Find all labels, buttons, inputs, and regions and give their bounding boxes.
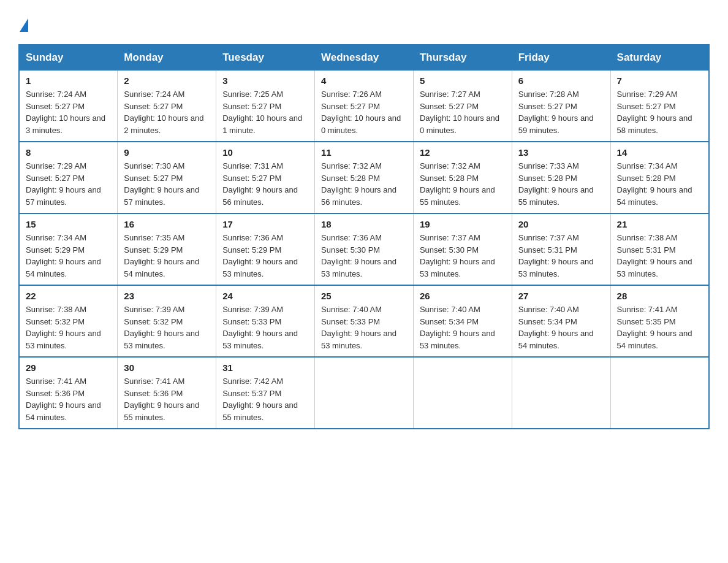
calendar-cell: 2 Sunrise: 7:24 AMSunset: 5:27 PMDayligh… (118, 71, 216, 142)
day-number: 3 (222, 75, 308, 86)
calendar-cell: 27 Sunrise: 7:40 AMSunset: 5:34 PMDaylig… (512, 285, 610, 357)
day-info: Sunrise: 7:32 AMSunset: 5:28 PMDaylight:… (321, 160, 407, 208)
day-info: Sunrise: 7:30 AMSunset: 5:27 PMDaylight:… (124, 160, 210, 208)
calendar-cell: 7 Sunrise: 7:29 AMSunset: 5:27 PMDayligh… (610, 71, 709, 142)
calendar-cell: 31 Sunrise: 7:42 AMSunset: 5:37 PMDaylig… (216, 357, 315, 429)
calendar-cell (315, 357, 414, 429)
day-number: 22 (26, 291, 111, 301)
calendar-cell: 25 Sunrise: 7:40 AMSunset: 5:33 PMDaylig… (315, 285, 414, 357)
day-number: 18 (321, 219, 407, 229)
weekday-header-wednesday: Wednesday (315, 45, 414, 71)
day-info: Sunrise: 7:40 AMSunset: 5:34 PMDaylight:… (518, 304, 604, 351)
calendar-cell: 22 Sunrise: 7:38 AMSunset: 5:32 PMDaylig… (19, 285, 118, 357)
day-number: 13 (518, 147, 604, 158)
calendar-cell: 3 Sunrise: 7:25 AMSunset: 5:27 PMDayligh… (216, 71, 315, 142)
day-info: Sunrise: 7:37 AMSunset: 5:31 PMDaylight:… (518, 232, 604, 280)
calendar-cell: 21 Sunrise: 7:38 AMSunset: 5:31 PMDaylig… (610, 213, 709, 285)
day-info: Sunrise: 7:33 AMSunset: 5:28 PMDaylight:… (518, 160, 604, 208)
day-number: 16 (124, 219, 210, 229)
day-info: Sunrise: 7:25 AMSunset: 5:27 PMDaylight:… (222, 88, 308, 136)
day-number: 15 (26, 219, 111, 229)
day-number: 21 (617, 219, 702, 229)
weekday-header-saturday: Saturday (610, 45, 709, 71)
calendar-cell: 14 Sunrise: 7:34 AMSunset: 5:28 PMDaylig… (610, 142, 709, 213)
day-info: Sunrise: 7:40 AMSunset: 5:34 PMDaylight:… (420, 304, 506, 351)
week-row-5: 29 Sunrise: 7:41 AMSunset: 5:36 PMDaylig… (19, 357, 709, 429)
day-info: Sunrise: 7:24 AMSunset: 5:27 PMDaylight:… (124, 88, 210, 136)
calendar-table: SundayMondayTuesdayWednesdayThursdayFrid… (18, 44, 710, 429)
day-info: Sunrise: 7:40 AMSunset: 5:33 PMDaylight:… (321, 304, 407, 351)
day-number: 31 (222, 362, 308, 373)
day-info: Sunrise: 7:29 AMSunset: 5:27 PMDaylight:… (26, 160, 111, 208)
weekday-header-tuesday: Tuesday (216, 45, 315, 71)
calendar-cell: 9 Sunrise: 7:30 AMSunset: 5:27 PMDayligh… (118, 142, 216, 213)
calendar-cell: 15 Sunrise: 7:34 AMSunset: 5:29 PMDaylig… (19, 213, 118, 285)
day-number: 5 (420, 75, 506, 86)
day-number: 11 (321, 147, 407, 158)
calendar-cell: 18 Sunrise: 7:36 AMSunset: 5:30 PMDaylig… (315, 213, 414, 285)
day-info: Sunrise: 7:39 AMSunset: 5:32 PMDaylight:… (124, 304, 210, 351)
day-number: 30 (124, 362, 210, 373)
calendar-cell: 24 Sunrise: 7:39 AMSunset: 5:33 PMDaylig… (216, 285, 315, 357)
day-number: 26 (420, 291, 506, 301)
day-number: 24 (222, 291, 308, 301)
week-row-2: 8 Sunrise: 7:29 AMSunset: 5:27 PMDayligh… (19, 142, 709, 213)
day-number: 25 (321, 291, 407, 301)
day-info: Sunrise: 7:41 AMSunset: 5:36 PMDaylight:… (124, 375, 210, 423)
day-number: 4 (321, 75, 407, 86)
day-number: 1 (26, 75, 111, 86)
calendar-cell: 19 Sunrise: 7:37 AMSunset: 5:30 PMDaylig… (413, 213, 512, 285)
day-info: Sunrise: 7:34 AMSunset: 5:29 PMDaylight:… (26, 232, 111, 280)
calendar-cell: 10 Sunrise: 7:31 AMSunset: 5:27 PMDaylig… (216, 142, 315, 213)
day-number: 2 (124, 75, 210, 86)
day-number: 8 (26, 147, 111, 158)
calendar-cell: 17 Sunrise: 7:36 AMSunset: 5:29 PMDaylig… (216, 213, 315, 285)
calendar-cell: 26 Sunrise: 7:40 AMSunset: 5:34 PMDaylig… (413, 285, 512, 357)
day-info: Sunrise: 7:35 AMSunset: 5:29 PMDaylight:… (124, 232, 210, 280)
calendar-header-row: SundayMondayTuesdayWednesdayThursdayFrid… (19, 45, 709, 71)
day-number: 27 (518, 291, 604, 301)
calendar-cell: 12 Sunrise: 7:32 AMSunset: 5:28 PMDaylig… (413, 142, 512, 213)
calendar-cell: 23 Sunrise: 7:39 AMSunset: 5:32 PMDaylig… (118, 285, 216, 357)
logo-triangle-icon (20, 18, 28, 32)
weekday-header-thursday: Thursday (413, 45, 512, 71)
day-info: Sunrise: 7:26 AMSunset: 5:27 PMDaylight:… (321, 88, 407, 136)
day-number: 23 (124, 291, 210, 301)
day-info: Sunrise: 7:32 AMSunset: 5:28 PMDaylight:… (420, 160, 506, 208)
calendar-cell: 16 Sunrise: 7:35 AMSunset: 5:29 PMDaylig… (118, 213, 216, 285)
day-info: Sunrise: 7:27 AMSunset: 5:27 PMDaylight:… (420, 88, 506, 136)
day-number: 14 (617, 147, 702, 158)
day-info: Sunrise: 7:39 AMSunset: 5:33 PMDaylight:… (222, 304, 308, 351)
day-info: Sunrise: 7:24 AMSunset: 5:27 PMDaylight:… (26, 88, 111, 136)
day-info: Sunrise: 7:28 AMSunset: 5:27 PMDaylight:… (518, 88, 604, 136)
calendar-cell: 8 Sunrise: 7:29 AMSunset: 5:27 PMDayligh… (19, 142, 118, 213)
day-number: 7 (617, 75, 702, 86)
calendar-cell: 6 Sunrise: 7:28 AMSunset: 5:27 PMDayligh… (512, 71, 610, 142)
week-row-3: 15 Sunrise: 7:34 AMSunset: 5:29 PMDaylig… (19, 213, 709, 285)
calendar-cell: 20 Sunrise: 7:37 AMSunset: 5:31 PMDaylig… (512, 213, 610, 285)
calendar-cell (512, 357, 610, 429)
weekday-header-sunday: Sunday (19, 45, 118, 71)
weekday-header-friday: Friday (512, 45, 610, 71)
day-info: Sunrise: 7:36 AMSunset: 5:30 PMDaylight:… (321, 232, 407, 280)
calendar-cell: 13 Sunrise: 7:33 AMSunset: 5:28 PMDaylig… (512, 142, 610, 213)
calendar-cell: 11 Sunrise: 7:32 AMSunset: 5:28 PMDaylig… (315, 142, 414, 213)
calendar-cell: 4 Sunrise: 7:26 AMSunset: 5:27 PMDayligh… (315, 71, 414, 142)
day-info: Sunrise: 7:42 AMSunset: 5:37 PMDaylight:… (222, 375, 308, 423)
logo (18, 18, 28, 32)
weekday-header-monday: Monday (118, 45, 216, 71)
calendar-cell (413, 357, 512, 429)
day-number: 29 (26, 362, 111, 373)
day-info: Sunrise: 7:41 AMSunset: 5:36 PMDaylight:… (26, 375, 111, 423)
day-info: Sunrise: 7:37 AMSunset: 5:30 PMDaylight:… (420, 232, 506, 280)
calendar-cell (610, 357, 709, 429)
day-number: 6 (518, 75, 604, 86)
week-row-1: 1 Sunrise: 7:24 AMSunset: 5:27 PMDayligh… (19, 71, 709, 142)
day-number: 9 (124, 147, 210, 158)
day-number: 20 (518, 219, 604, 229)
day-number: 12 (420, 147, 506, 158)
day-info: Sunrise: 7:34 AMSunset: 5:28 PMDaylight:… (617, 160, 702, 208)
day-number: 17 (222, 219, 308, 229)
day-info: Sunrise: 7:29 AMSunset: 5:27 PMDaylight:… (617, 88, 702, 136)
day-info: Sunrise: 7:31 AMSunset: 5:27 PMDaylight:… (222, 160, 308, 208)
